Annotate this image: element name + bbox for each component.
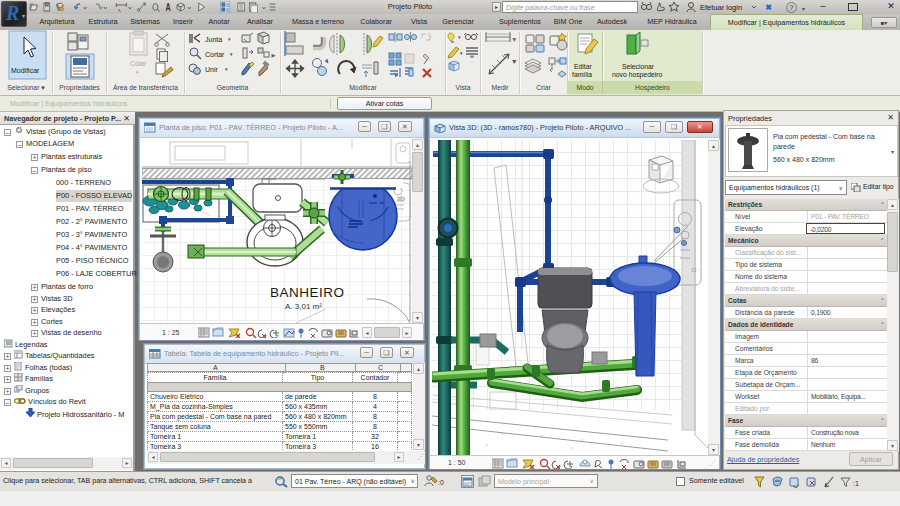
svg-text:▾: ▾ <box>460 50 463 56</box>
svg-text:▾: ▾ <box>230 51 233 57</box>
svg-text:2D: 2D <box>397 196 405 202</box>
svg-text:Junta: Junta <box>205 36 222 43</box>
svg-text::1: :1 <box>853 480 859 487</box>
svg-text:Unir: Unir <box>205 66 219 73</box>
svg-text:▾: ▾ <box>513 58 516 64</box>
svg-text:Selecionar: Selecionar <box>622 63 655 70</box>
svg-text:família: família <box>572 71 592 78</box>
svg-text:Cortar: Cortar <box>205 51 225 58</box>
svg-text:▾: ▾ <box>228 36 231 42</box>
svg-text:BANHEIRO: BANHEIRO <box>270 285 345 300</box>
svg-text:Efetuar login: Efetuar login <box>700 3 742 12</box>
svg-text:A. 3,01 m²: A. 3,01 m² <box>285 302 322 311</box>
svg-text:▾: ▾ <box>458 34 461 40</box>
svg-text:▸: ▸ <box>272 52 275 58</box>
svg-text:▾: ▾ <box>513 36 516 42</box>
svg-text:A: A <box>165 2 171 13</box>
svg-text::0: :0 <box>438 479 444 486</box>
svg-text:Colar: Colar <box>130 60 147 67</box>
svg-text:Editar: Editar <box>574 63 592 70</box>
svg-text:▾: ▾ <box>136 69 139 75</box>
svg-text:novo hospedeiro: novo hospedeiro <box>612 71 662 79</box>
svg-text:Modificar: Modificar <box>11 67 40 74</box>
svg-text:▾: ▾ <box>225 66 228 72</box>
